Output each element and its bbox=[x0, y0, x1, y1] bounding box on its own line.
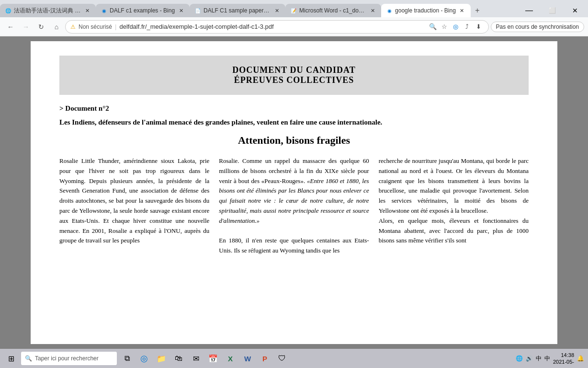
maximize-button[interactable]: ⬜ bbox=[541, 4, 563, 17]
favorite-icon[interactable]: ☆ bbox=[440, 22, 449, 32]
minimize-button[interactable]: — bbox=[518, 4, 540, 17]
taskbar-clock[interactable]: 14:38 2021-05- bbox=[553, 352, 574, 366]
tab-word-doc[interactable]: 📝 Microsoft Word - c1_doc2.do... ✕ bbox=[285, 4, 381, 17]
tab2-label: DALF c1 examples - Bing bbox=[110, 7, 175, 14]
tab3-close[interactable]: ✕ bbox=[273, 7, 281, 14]
refresh-button[interactable]: ↻ bbox=[34, 20, 48, 34]
download-icon[interactable]: ⬇ bbox=[474, 22, 484, 32]
taskbar-search-box[interactable]: 🔍 Taper ici pour rechercher bbox=[21, 352, 117, 365]
doc-label: > Document n°2 bbox=[59, 104, 529, 113]
word-icon[interactable]: W bbox=[240, 351, 255, 366]
store-icon[interactable]: 🛍 bbox=[171, 351, 186, 366]
excel-icon[interactable]: X bbox=[223, 351, 237, 366]
security-icon[interactable]: 🛡 bbox=[275, 351, 289, 366]
home-button[interactable]: ⌂ bbox=[50, 20, 63, 34]
content-area: DOCUMENT DU CANDIDAT ÉPREUVES COLLECTIVE… bbox=[0, 36, 588, 349]
toolbar: ← → ↻ ⌂ ⚠ Non sécurisé | delfdalf.fr/_me… bbox=[0, 17, 588, 36]
taskbar-date-value: 2021-05- bbox=[553, 358, 574, 365]
ime-indicator[interactable]: 中 bbox=[544, 355, 550, 363]
sync-button[interactable]: Pas en cours de synchronisation bbox=[491, 22, 584, 32]
column-2: Rosalie. Comme un rappel du massacre des… bbox=[219, 156, 369, 256]
tab4-icon: 📝 bbox=[290, 7, 297, 14]
windows-start-button[interactable]: ⊞ bbox=[4, 351, 18, 366]
back-button[interactable]: ← bbox=[4, 20, 17, 34]
address-separator: | bbox=[115, 23, 116, 30]
column-1: Rosalie Little Thunder, amérindienne sio… bbox=[59, 156, 209, 256]
article-headline: Les Indiens, défenseurs de l'animal mena… bbox=[59, 117, 529, 127]
tab3-label: DALF C1 sample papers - DA... bbox=[204, 7, 271, 14]
close-button[interactable]: ✕ bbox=[564, 4, 586, 17]
column-3: recherche de nourriture jusqu'au Montana… bbox=[379, 156, 529, 256]
calendar-icon[interactable]: 📅 bbox=[206, 351, 220, 366]
file-explorer-icon[interactable]: 📁 bbox=[154, 351, 169, 366]
taskbar: ⊞ 🔍 Taper ici pour rechercher ⧉ ◎ 📁 🛍 ✉ … bbox=[0, 349, 588, 368]
tab5-icon: ◉ bbox=[386, 7, 393, 14]
tab4-close[interactable]: ✕ bbox=[369, 7, 376, 14]
tab5-label: google traduction - Bing bbox=[395, 7, 456, 14]
taskbar-time-value: 14:38 bbox=[553, 352, 574, 358]
col2-end: En 1880, il n'en reste que quelques cent… bbox=[219, 237, 369, 254]
tab2-close[interactable]: ✕ bbox=[177, 7, 185, 14]
share-icon[interactable]: ⤴ bbox=[463, 22, 472, 32]
taskbar-search-placeholder: Taper ici pour rechercher bbox=[35, 355, 99, 362]
security-warning-icon: ⚠ bbox=[70, 23, 76, 30]
mail-icon[interactable]: ✉ bbox=[189, 351, 203, 366]
sys-tray: 🌐 🔊 中 中 14:38 2021-05- 🔔 bbox=[516, 352, 584, 366]
tab-dalf-sample[interactable]: 📄 DALF C1 sample papers - DA... ✕ bbox=[190, 4, 285, 17]
network-icon[interactable]: 🌐 bbox=[516, 355, 523, 362]
taskbar-search-icon: 🔍 bbox=[25, 355, 32, 362]
task-view-button[interactable]: ⧉ bbox=[120, 351, 134, 366]
new-tab-button[interactable]: + bbox=[471, 4, 484, 17]
search-icon[interactable]: 🔍 bbox=[428, 22, 438, 32]
forward-button[interactable]: → bbox=[19, 20, 33, 34]
article-subheadline: Attention, bisons fragiles bbox=[59, 134, 529, 147]
tab4-label: Microsoft Word - c1_doc2.do... bbox=[299, 7, 366, 14]
tab1-icon: 🌐 bbox=[5, 7, 11, 14]
address-url[interactable]: delfdalf.fr/_media/exemple-1-sujet-compl… bbox=[119, 23, 425, 30]
tab1-close[interactable]: ✕ bbox=[83, 7, 91, 14]
security-warning-text: Non sécurisé bbox=[79, 23, 112, 30]
tab-chinese-dict[interactable]: 🌐 法语助手法语-汉法词典 mo... ✕ bbox=[0, 4, 96, 17]
pdf-header-line2: ÉPREUVES COLLECTIVES bbox=[59, 75, 529, 85]
address-icons: 🔍 ☆ ◎ ⤴ ⬇ bbox=[428, 22, 484, 32]
tab-dalf-examples[interactable]: ◉ DALF c1 examples - Bing ✕ bbox=[96, 4, 190, 17]
browser-window: 🌐 法语助手法语-汉法词典 mo... ✕ ◉ DALF c1 examples… bbox=[0, 0, 588, 349]
pdf-header: DOCUMENT DU CANDIDAT ÉPREUVES COLLECTIVE… bbox=[59, 56, 529, 95]
tab-google-translate[interactable]: ◉ google traduction - Bing ✕ bbox=[381, 4, 471, 17]
pdf-header-line1: DOCUMENT DU CANDIDAT bbox=[59, 65, 529, 75]
powerpoint-icon[interactable]: P bbox=[258, 351, 272, 366]
address-bar[interactable]: ⚠ Non sécurisé | delfdalf.fr/_media/exem… bbox=[65, 20, 489, 34]
pdf-page: DOCUMENT DU CANDIDAT ÉPREUVES COLLECTIVE… bbox=[31, 41, 557, 344]
edge-icon[interactable]: ◎ bbox=[451, 22, 461, 32]
tab3-icon: 📄 bbox=[194, 7, 201, 14]
notification-icon[interactable]: 🔔 bbox=[577, 355, 584, 362]
article-columns: Rosalie Little Thunder, amérindienne sio… bbox=[59, 156, 529, 256]
tab1-label: 法语助手法语-汉法词典 mo... bbox=[14, 7, 81, 15]
edge-taskbar-icon[interactable]: ◎ bbox=[137, 351, 151, 366]
volume-icon[interactable]: 🔊 bbox=[526, 355, 533, 362]
tab5-close[interactable]: ✕ bbox=[458, 7, 466, 14]
tab-bar: 🌐 法语助手法语-汉法词典 mo... ✕ ◉ DALF c1 examples… bbox=[0, 0, 588, 17]
language-indicator[interactable]: 中 bbox=[536, 355, 542, 363]
tab2-icon: ◉ bbox=[101, 7, 107, 14]
